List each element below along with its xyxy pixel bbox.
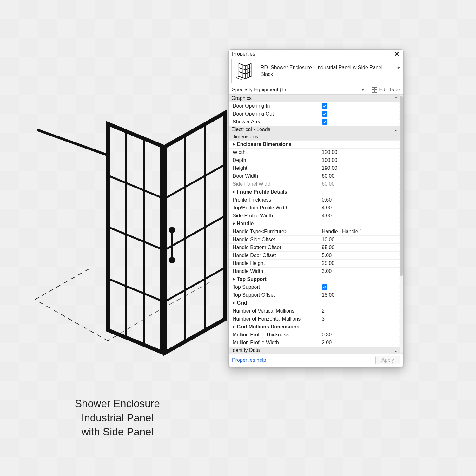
- svg-line-29: [246, 68, 251, 69]
- chevron-down-icon: [397, 67, 400, 69]
- svg-line-1: [35, 267, 92, 300]
- row-mullion-profile-thickness[interactable]: Mullion Profile Thickness0.30: [229, 331, 403, 339]
- close-icon[interactable]: ✕: [393, 51, 401, 57]
- edit-type-button[interactable]: Edit Type: [368, 86, 403, 94]
- row-mullion-profile-width[interactable]: Mullion Profile Width2.00: [229, 339, 403, 347]
- section-dimensions[interactable]: Dimensions ⌃: [229, 133, 403, 140]
- row-top-support[interactable]: Top Support: [229, 283, 403, 291]
- row-side-panel-width[interactable]: Side Panel Width60.00: [229, 180, 403, 188]
- edit-type-icon: [372, 87, 377, 93]
- expand-icon: ⌄: [394, 127, 398, 132]
- category-filter-combo[interactable]: Specialty Equipment (1): [229, 85, 368, 94]
- checkbox-checked-icon[interactable]: [322, 103, 327, 109]
- properties-help-link[interactable]: Properties help: [232, 357, 266, 363]
- row-shower-area[interactable]: Shower Area: [229, 118, 403, 126]
- row-handle-side-offset[interactable]: Handle Side Offset10.00: [229, 235, 403, 243]
- row-grid-group[interactable]: Grid: [229, 299, 403, 307]
- type-selector[interactable]: RD_Shower Enclosure - Industrial Panel w…: [229, 58, 403, 85]
- checkbox-checked-icon[interactable]: [322, 111, 327, 117]
- expand-tri-icon: [233, 190, 235, 194]
- svg-point-21: [170, 258, 174, 262]
- svg-rect-34: [372, 90, 374, 92]
- row-top-support-group[interactable]: Top Support: [229, 275, 403, 283]
- expand-tri-icon: [233, 222, 235, 225]
- row-profile-thickness[interactable]: Profile Thickness0.60: [229, 196, 403, 204]
- properties-grid: Graphics ⌃ Door Opening In Door Opening …: [229, 95, 403, 354]
- section-label: Identity Data: [231, 347, 260, 353]
- svg-line-4: [38, 130, 109, 155]
- svg-rect-33: [375, 87, 377, 89]
- row-enclosure-dimensions[interactable]: Enclosure Dimensions: [229, 140, 403, 148]
- row-width[interactable]: Width120.00: [229, 148, 403, 156]
- edit-type-label: Edit Type: [379, 87, 400, 93]
- svg-marker-23: [246, 64, 251, 79]
- row-handle-group[interactable]: Handle: [229, 220, 403, 228]
- scrollbar[interactable]: [400, 95, 403, 353]
- checkbox-checked-icon[interactable]: [322, 284, 327, 290]
- apply-button[interactable]: Apply: [375, 356, 400, 364]
- expand-tri-icon: [233, 325, 235, 328]
- row-frame-profile-details[interactable]: Frame Profile Details: [229, 188, 403, 196]
- caption-line: with Side Panel: [51, 425, 184, 439]
- product-illustration: [29, 105, 232, 390]
- section-label: Electrical - Loads: [231, 127, 270, 132]
- svg-rect-32: [372, 87, 374, 89]
- row-height[interactable]: Height190.00: [229, 164, 403, 172]
- type-variant: Black: [261, 71, 401, 78]
- section-label: Dimensions: [231, 134, 258, 140]
- row-num-horizontal-mullions[interactable]: Number of Horizontal Mullions3: [229, 315, 403, 323]
- row-top-support-offset[interactable]: Top Support Offset15.00: [229, 291, 403, 299]
- properties-panel: Properties ✕ RD_Shower Enclosure - Indus…: [228, 49, 404, 367]
- row-grid-mullions-dims[interactable]: Grid Mullions Dimensions: [229, 323, 403, 331]
- checkbox-checked-icon[interactable]: [322, 119, 327, 125]
- row-side-profile-width[interactable]: Side Profile Width4.00: [229, 212, 403, 220]
- svg-line-31: [246, 72, 251, 74]
- row-door-width[interactable]: Door Width60.00: [229, 172, 403, 180]
- row-num-vertical-mullions[interactable]: Number of Vertical Mullions2: [229, 307, 403, 315]
- svg-line-0: [35, 300, 108, 341]
- collapse-icon: ⌃: [394, 96, 398, 101]
- expand-tri-icon: [233, 143, 235, 146]
- svg-marker-22: [239, 64, 245, 79]
- filter-text: Specialty Equipment (1): [232, 87, 286, 93]
- type-thumbnail: [231, 59, 257, 83]
- expand-tri-icon: [233, 301, 235, 305]
- row-handle-type[interactable]: Handle Type<Furniture>Handle : Handle 1: [229, 228, 403, 235]
- caption-line: Industrial Panel: [51, 411, 184, 425]
- type-label: RD_Shower Enclosure - Industrial Panel w…: [261, 64, 401, 78]
- svg-line-28: [239, 68, 245, 69]
- panel-title: Properties: [232, 51, 255, 57]
- scrollbar-thumb[interactable]: [400, 96, 403, 276]
- row-handle-width[interactable]: Handle Width3.00: [229, 267, 403, 275]
- row-top-bottom-profile-width[interactable]: Top/Bottom Profile Width4.00: [229, 204, 403, 212]
- chevron-down-icon: [361, 89, 364, 91]
- section-identity[interactable]: Identity Data ⌄: [229, 347, 403, 354]
- section-electrical[interactable]: Electrical - Loads ⌄: [229, 126, 403, 133]
- expand-tri-icon: [233, 278, 235, 281]
- caption-line: Shower Enclosure: [51, 397, 184, 411]
- section-graphics[interactable]: Graphics ⌃: [229, 95, 403, 102]
- collapse-icon: ⌃: [394, 135, 398, 139]
- row-handle-door-offset[interactable]: Handle Door Offset5.00: [229, 251, 403, 259]
- row-depth[interactable]: Depth100.00: [229, 156, 403, 164]
- row-handle-bottom-offset[interactable]: Handle Bottom Offset95.00: [229, 243, 403, 251]
- svg-point-20: [170, 228, 174, 232]
- svg-rect-35: [375, 90, 377, 92]
- row-door-opening-out[interactable]: Door Opening Out: [229, 110, 403, 118]
- expand-icon: ⌄: [394, 348, 398, 353]
- section-label: Graphics: [231, 96, 252, 101]
- type-name: RD_Shower Enclosure - Industrial Panel w…: [261, 64, 401, 71]
- product-caption: Shower Enclosure Industrial Panel with S…: [51, 397, 184, 439]
- row-door-opening-in[interactable]: Door Opening In: [229, 102, 403, 110]
- row-handle-height[interactable]: Handle Height25.00: [229, 259, 403, 267]
- svg-line-30: [239, 72, 245, 74]
